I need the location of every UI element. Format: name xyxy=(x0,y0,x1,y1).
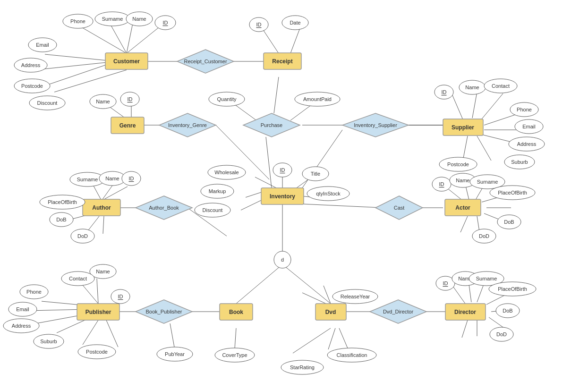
svg-line-9 xyxy=(54,70,127,92)
attr-purchase-amountpaid-label: AmountPaid xyxy=(303,96,332,102)
svg-line-70 xyxy=(282,264,331,304)
attr-receipt-date-label: Date xyxy=(290,20,300,25)
attr-publisher-id-label: ID xyxy=(118,294,123,299)
svg-line-10 xyxy=(262,28,279,53)
svg-line-30 xyxy=(463,136,468,161)
svg-line-67 xyxy=(235,328,236,348)
er-diagram: Customer Receipt Supplier Genre Inventor… xyxy=(0,0,588,390)
attr-director-surname-label: Surname xyxy=(476,276,497,281)
attr-actor-surname-label: Surname xyxy=(477,179,498,185)
svg-line-18 xyxy=(234,104,256,120)
attr-supplier-postcode-label: Postcode xyxy=(447,161,469,167)
attr-author-name-label: Name xyxy=(105,176,119,181)
svg-line-23 xyxy=(451,92,463,119)
svg-line-31 xyxy=(255,177,276,188)
svg-line-74 xyxy=(339,328,349,350)
attr-genre-id-label: ID xyxy=(128,96,133,102)
svg-line-62 xyxy=(83,320,98,345)
attr-inventory-qtyinstock-label: qtyInStock xyxy=(316,191,341,196)
entity-publisher-label: Publisher xyxy=(85,309,111,315)
attr-publisher-phone-label: Phone xyxy=(26,289,42,295)
svg-line-26 xyxy=(484,113,520,125)
svg-line-47 xyxy=(302,204,383,208)
attr-dvd-starrating-label: StarRating xyxy=(290,365,315,370)
svg-line-17 xyxy=(266,137,272,188)
attr-supplier-contact-label: Contact xyxy=(492,83,510,89)
relation-dvd-director-label: Dvd_Director xyxy=(383,309,414,314)
entity-actor-label: Actor xyxy=(455,204,470,211)
attr-publisher-postcode-label: Postcode xyxy=(86,349,108,355)
svg-line-43 xyxy=(103,216,104,234)
attr-customer-postcode-label: Postcode xyxy=(21,83,43,89)
entity-receipt-label: Receipt xyxy=(272,58,292,65)
relation-purchase-label: Purchase xyxy=(261,122,282,128)
svg-line-54 xyxy=(477,216,479,231)
svg-line-66 xyxy=(170,323,175,349)
relation-inventory-genre-label: Inventory_Genre xyxy=(168,122,207,128)
svg-line-85 xyxy=(462,320,468,338)
attr-customer-email-label: Email xyxy=(36,42,49,48)
entity-dvd-label: Dvd xyxy=(325,309,336,315)
attr-supplier-phone-label: Phone xyxy=(517,107,532,112)
attr-author-id-label: ID xyxy=(129,176,134,181)
svg-line-63 xyxy=(106,320,118,347)
attr-director-dob-label: DoB xyxy=(503,308,512,314)
attr-supplier-suburb-label: Suburb xyxy=(511,159,528,165)
attr-bookpublisher-pubyear-label: PubYear xyxy=(165,351,185,357)
attr-dvd-classification-label: Classification xyxy=(337,352,367,358)
svg-line-25 xyxy=(482,93,503,119)
entity-director-label: Director xyxy=(454,309,476,315)
attr-supplier-email-label: Email xyxy=(522,124,536,129)
relation-receipt-customer-label: Receipt_Customer xyxy=(184,59,227,64)
attr-author-dod-label: DoD xyxy=(77,233,88,239)
attr-actor-placeofbirth-label: PlaceOfBirth xyxy=(498,190,527,195)
attr-supplier-id-label: ID xyxy=(442,89,447,95)
attr-director-id-label: ID xyxy=(443,280,448,286)
svg-line-16 xyxy=(274,77,279,113)
svg-line-72 xyxy=(302,293,326,304)
attr-author-dob-label: DoB xyxy=(56,217,66,222)
attr-actor-dob-label: DoB xyxy=(504,219,514,225)
entity-customer-label: Customer xyxy=(113,58,140,65)
svg-line-56 xyxy=(97,279,98,304)
svg-line-39 xyxy=(102,187,128,201)
relation-book-publisher-label: Book_Publisher xyxy=(145,309,182,314)
attr-actor-name-label: Name xyxy=(456,178,469,183)
attr-publisher-email-label: Email xyxy=(16,306,29,312)
attr-director-placeofbirth-label: PlaceOfBirth xyxy=(498,286,527,292)
relation-inventory-supplier-label: Inventory_Supplier xyxy=(354,122,397,128)
attr-inventory-id-label: ID xyxy=(280,167,285,173)
svg-line-11 xyxy=(290,28,300,53)
svg-line-38 xyxy=(102,184,113,201)
attr-genre-name-label: Name xyxy=(96,99,110,104)
attr-customer-discount-label: Discount xyxy=(37,100,58,106)
attr-book-covertype-label: CoverType xyxy=(222,352,247,358)
entity-author-label: Author xyxy=(92,204,111,211)
svg-line-55 xyxy=(460,216,468,232)
entity-book-label: Book xyxy=(229,309,243,315)
attr-dvd-releaseyear-label: ReleaseYear xyxy=(341,294,370,299)
entity-genre-label: Genre xyxy=(119,122,136,129)
attr-publisher-contact-label: Contact xyxy=(69,276,87,281)
svg-line-80 xyxy=(477,283,484,302)
svg-line-24 xyxy=(472,92,477,118)
specialization-label: d xyxy=(281,257,284,263)
attr-receipt-id-label: ID xyxy=(256,22,262,27)
attr-customer-name-label: Name xyxy=(132,16,146,22)
entity-inventory-label: Inventory xyxy=(270,193,295,200)
attr-inventory-markup-label: Markup xyxy=(209,188,226,194)
svg-line-75 xyxy=(293,328,331,353)
attr-publisher-suburb-label: Suburb xyxy=(40,339,57,344)
svg-line-79 xyxy=(469,285,471,302)
attr-customer-surname-label: Surname xyxy=(102,16,123,22)
attr-inventory-discount-label: Discount xyxy=(203,207,223,213)
attr-customer-address-label: Address xyxy=(21,62,41,68)
svg-line-29 xyxy=(477,136,491,161)
svg-line-5 xyxy=(127,26,161,53)
attr-author-placeofbirth-label: PlaceOfBirth xyxy=(48,199,77,205)
attr-publisher-name-label: Name xyxy=(96,269,110,274)
attr-author-surname-label: Surname xyxy=(77,177,98,182)
attr-customer-id-label: ID xyxy=(163,20,168,25)
attr-customer-phone-label: Phone xyxy=(70,18,85,24)
relation-author-book-label: Author_Book xyxy=(149,205,179,211)
